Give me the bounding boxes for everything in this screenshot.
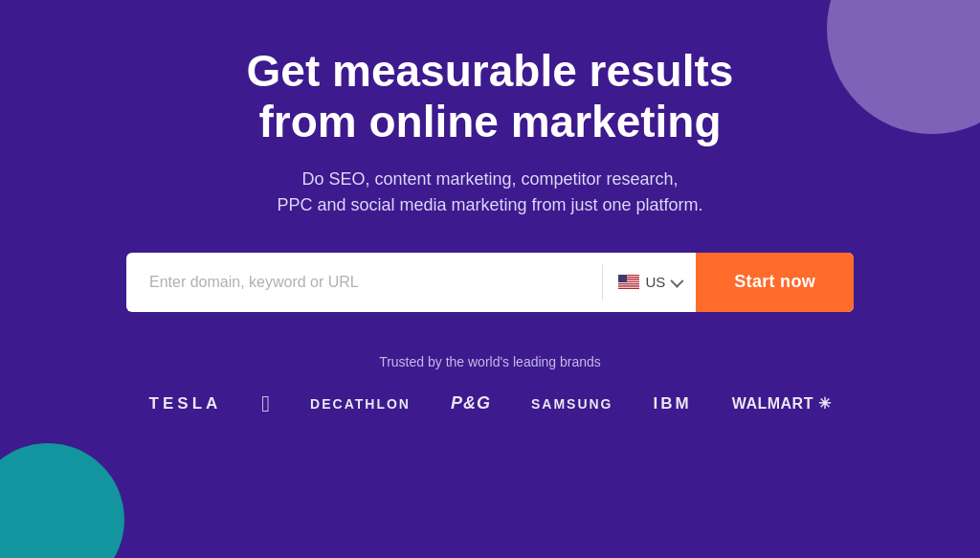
brand-pg: P&G (451, 393, 491, 413)
search-bar: US Start now (126, 253, 854, 312)
decorative-circle-top-right (827, 0, 980, 134)
svg-rect-10 (618, 286, 639, 287)
brand-tesla: TESLA (149, 394, 222, 413)
chevron-down-icon (671, 274, 684, 287)
search-input[interactable] (126, 253, 602, 312)
svg-rect-8 (618, 284, 639, 285)
brand-decathlon: DECATHLON (310, 396, 411, 412)
us-flag-icon (618, 275, 639, 289)
svg-rect-9 (618, 285, 639, 286)
brand-walmart: Walmart ✳ (732, 394, 832, 413)
brand-ibm: IBM (654, 394, 692, 413)
svg-rect-11 (618, 287, 639, 288)
hero-subtitle: Do SEO, content marketing, competitor re… (277, 167, 702, 218)
country-selector[interactable]: US (603, 253, 696, 312)
brand-samsung: SAMSUNG (531, 396, 613, 412)
hero-title: Get measurable results from online marke… (247, 46, 734, 147)
brands-row: TESLA  DECATHLON P&G SAMSUNG IBM Walmar… (149, 392, 832, 415)
decorative-circle-bottom-left (0, 443, 124, 558)
svg-rect-13 (618, 275, 627, 282)
trusted-label: Trusted by the world's leading brands (379, 354, 601, 369)
hero-section: Get measurable results from online marke… (0, 0, 980, 558)
start-now-button[interactable]: Start now (696, 253, 854, 312)
brand-apple:  (261, 392, 270, 415)
svg-rect-12 (618, 288, 639, 289)
country-label: US (645, 274, 665, 290)
svg-rect-7 (618, 282, 639, 283)
